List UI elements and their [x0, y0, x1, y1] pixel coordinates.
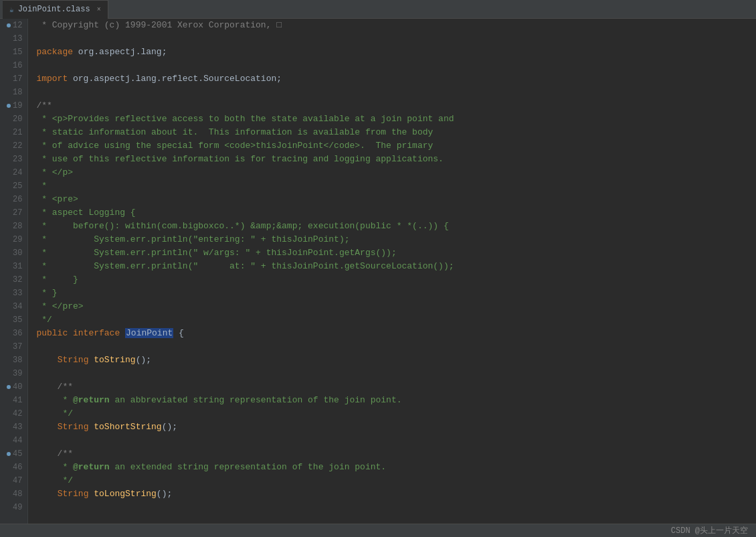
code-token: String: [58, 489, 94, 499]
code-token: * static information about it. This info…: [36, 127, 433, 137]
line-number: 32: [5, 273, 22, 287]
code-token: * before(): within(com.bigboxco..*) &amp…: [36, 221, 448, 231]
line-number: 46: [5, 461, 22, 474]
code-token: interface: [73, 328, 125, 338]
code-line: * <pre>: [36, 193, 756, 206]
line-number: 23: [5, 153, 22, 166]
code-token: [36, 422, 57, 432]
line-number: 15: [5, 46, 22, 59]
code-line: * Copyright (c) 1999-2001 Xerox Corporat…: [36, 19, 756, 32]
code-line: /**: [36, 99, 756, 112]
tab-bar: ☕ JoinPoint.class ×: [0, 0, 756, 19]
line-number: 48: [5, 487, 22, 501]
line-number: 21: [5, 126, 22, 139]
code-line: /**: [36, 380, 756, 394]
code-token: *: [36, 181, 47, 191]
code-token: * use of this reflective information is …: [36, 154, 444, 164]
code-line: * System.err.println(" at: " + thisJoinP…: [36, 260, 756, 273]
line-number: 31: [5, 260, 22, 273]
line-number: 37: [5, 340, 22, 354]
code-token: an extended string representation of the…: [110, 462, 386, 472]
code-token: an abbreviated string representation of …: [110, 395, 402, 405]
code-token: ();: [162, 422, 177, 432]
code-line: * </p>: [36, 166, 756, 179]
watermark: CSDN @头上一片天空: [671, 525, 748, 536]
code-token: toShortString: [94, 422, 161, 432]
code-token: [36, 355, 57, 365]
code-line: * }: [36, 287, 756, 300]
code-line: * before(): within(com.bigboxco..*) &amp…: [36, 220, 756, 233]
code-token: @return: [73, 462, 110, 472]
line-number: 45: [5, 447, 22, 461]
code-token: * <p>Provides reflective access to both …: [36, 114, 454, 124]
code-token: * System.err.println("entering: " + this…: [36, 234, 349, 244]
line-number: 40: [5, 380, 22, 394]
line-number: 49: [5, 501, 22, 514]
code-line: */: [36, 407, 756, 420]
line-numbers: 1213151617181920212223242526272829303132…: [0, 19, 28, 524]
code-token: org.aspectj.lang;: [78, 47, 167, 57]
line-number: 35: [5, 313, 22, 327]
code-line: * </pre>: [36, 300, 756, 313]
line-number: 12: [5, 19, 22, 32]
line-number: 18: [5, 86, 22, 99]
file-tab[interactable]: ☕ JoinPoint.class ×: [3, 0, 108, 19]
code-token: ();: [136, 355, 151, 365]
line-number: 20: [5, 112, 22, 126]
java-icon: ☕: [9, 5, 14, 14]
code-token: * System.err.println(" at: " + thisJoinP…: [36, 261, 454, 271]
code-line: * <p>Provides reflective access to both …: [36, 112, 756, 126]
code-token: {: [173, 328, 184, 338]
code-line: * }: [36, 273, 756, 287]
line-number: 24: [5, 166, 22, 179]
code-token: *: [36, 395, 73, 405]
code-token: @return: [73, 395, 110, 405]
line-number: 34: [5, 300, 22, 313]
code-token: String: [58, 422, 94, 432]
code-token: */: [36, 475, 73, 485]
code-token: *: [36, 462, 73, 472]
code-line: [36, 501, 756, 514]
code-line: * System.err.println("entering: " + this…: [36, 233, 756, 246]
line-number: 29: [5, 233, 22, 246]
bottom-bar: CSDN @头上一片天空: [0, 524, 756, 537]
code-token: toLongString: [94, 489, 157, 499]
code-token: public: [36, 328, 73, 338]
code-line: * static information about it. This info…: [36, 126, 756, 139]
code-token: ();: [157, 489, 172, 499]
code-line: [36, 86, 756, 99]
line-number: 39: [5, 367, 22, 380]
code-editor[interactable]: * Copyright (c) 1999-2001 Xerox Corporat…: [28, 19, 756, 524]
code-token: /**: [36, 382, 73, 392]
code-token: JoinPoint: [125, 328, 173, 338]
code-token: * Copyright (c) 1999-2001 Xerox Corporat…: [36, 20, 282, 30]
line-number: 30: [5, 246, 22, 260]
code-token: org.aspectj.lang.reflect.SourceLocation;: [73, 74, 282, 84]
line-number: 36: [5, 327, 22, 340]
code-line: * of advice using the special form <code…: [36, 139, 756, 153]
code-token: /**: [36, 449, 73, 459]
line-number: 42: [5, 407, 22, 420]
line-number: 28: [5, 220, 22, 233]
code-token: * of advice: [36, 141, 104, 151]
code-line: * @return an abbreviated string represen…: [36, 394, 756, 407]
line-number: 26: [5, 193, 22, 206]
code-line: */: [36, 313, 756, 327]
line-number: 33: [5, 287, 22, 300]
code-line: * System.err.println(" w/args: " + thisJ…: [36, 246, 756, 260]
code-line: String toString();: [36, 354, 756, 367]
code-line: [36, 32, 756, 46]
code-token: * }: [36, 288, 57, 298]
code-line: package org.aspectj.lang;: [36, 46, 756, 59]
code-token: String: [58, 355, 94, 365]
line-number: 13: [5, 32, 22, 46]
line-number: 22: [5, 139, 22, 153]
code-line: [36, 59, 756, 72]
line-number: 41: [5, 394, 22, 407]
breakpoint-bullet: [7, 104, 11, 108]
close-icon[interactable]: ×: [97, 6, 101, 13]
code-line: import org.aspectj.lang.reflect.SourceLo…: [36, 72, 756, 86]
code-line: [36, 434, 756, 447]
code-token: the special form <code>thisJoinPoint</co…: [130, 141, 433, 151]
code-line: [36, 340, 756, 354]
